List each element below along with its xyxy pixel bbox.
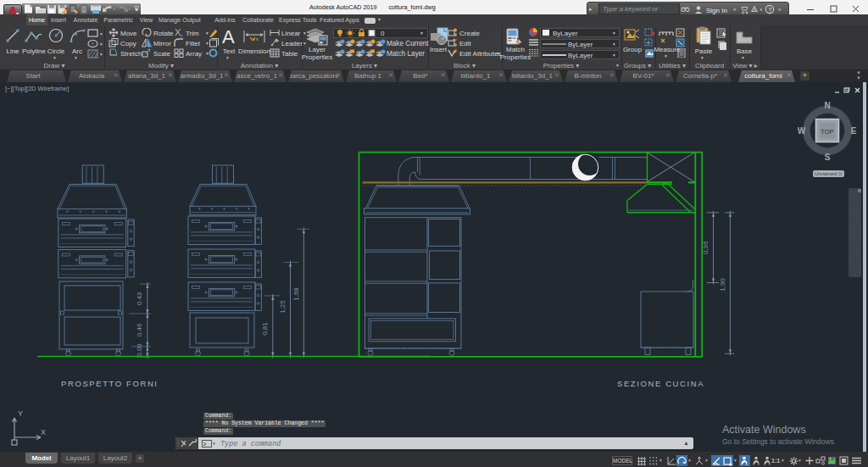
svg-text:A: A xyxy=(222,27,235,46)
svg-text:0.46: 0.46 xyxy=(136,323,143,336)
svg-text:o°: o° xyxy=(108,43,113,47)
svg-text:N: N xyxy=(824,101,830,110)
svg-text:1,90: 1,90 xyxy=(719,278,726,292)
svg-text:W: W xyxy=(798,126,806,136)
svg-text:0.09: 0.09 xyxy=(136,343,143,357)
svg-text:Sign In: Sign In xyxy=(706,7,727,14)
svg-text:X: X xyxy=(41,428,46,436)
svg-text:Y: Y xyxy=(18,409,23,418)
svg-text:SEZIONE CUCINA: SEZIONE CUCINA xyxy=(617,379,704,388)
svg-text:E: E xyxy=(851,126,857,136)
svg-text:Unnamed: Unnamed xyxy=(815,171,837,176)
svg-text:?: ? xyxy=(768,7,771,13)
svg-text:1,68: 1,68 xyxy=(292,287,300,301)
svg-text:1,25: 1,25 xyxy=(279,300,287,314)
svg-text:S: S xyxy=(825,153,831,162)
svg-text:TOP: TOP xyxy=(821,128,833,136)
svg-text:0,95: 0,95 xyxy=(702,241,709,254)
svg-text:0,81: 0,81 xyxy=(261,322,269,336)
svg-text:PROSPETTO FORNI: PROSPETTO FORNI xyxy=(61,379,159,388)
svg-text:0.43: 0.43 xyxy=(136,292,143,305)
